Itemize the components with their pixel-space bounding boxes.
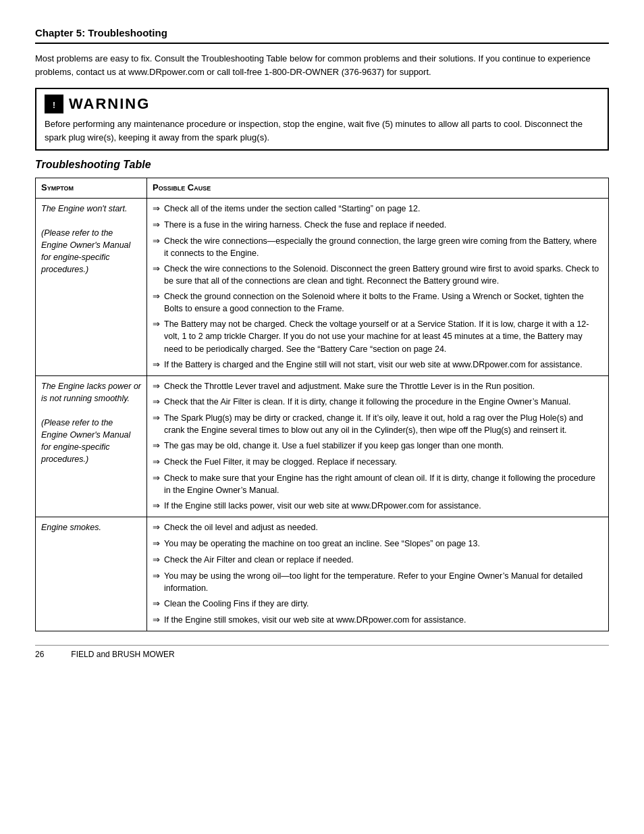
cause-text: Check to make sure that your Engine has … xyxy=(164,472,603,496)
cause-cell-0: ⇒Check all of the items under the sectio… xyxy=(147,198,609,375)
symptom-cell-0: The Engine won't start.(Please refer to … xyxy=(36,198,147,375)
cause-item: ⇒Check that the Air Filter is clean. If … xyxy=(153,396,603,409)
section-title: Troubleshooting Table xyxy=(35,159,609,171)
arrow-icon: ⇒ xyxy=(153,472,160,485)
cause-text: You may be operating the machine on too … xyxy=(164,538,480,550)
cause-item: ⇒If the Engine still lacks power, visit … xyxy=(153,500,603,513)
arrow-icon: ⇒ xyxy=(153,412,160,425)
symptom-cell-2: Engine smokes. xyxy=(36,517,147,631)
arrow-icon: ⇒ xyxy=(153,318,160,331)
product-name: FIELD and BRUSH MOWER xyxy=(71,650,174,659)
warning-icon: ! xyxy=(45,95,63,113)
cause-item: ⇒The Spark Plug(s) may be dirty or crack… xyxy=(153,412,603,436)
cause-item: ⇒Check the ground connection on the Sole… xyxy=(153,290,603,315)
cause-text: The Battery may not be charged. Check th… xyxy=(164,318,603,355)
cause-cell-2: ⇒Check the oil level and adjust as neede… xyxy=(147,517,609,631)
page-footer: 26 FIELD and BRUSH MOWER xyxy=(35,645,609,659)
cause-item: ⇒You may be using the wrong oil—too ligh… xyxy=(153,570,603,594)
warning-header: ! WARNING xyxy=(45,95,599,113)
symptom-cell-1: The Engine lacks power or is not running… xyxy=(36,375,147,517)
troubleshooting-table: Symptom Possible Cause The Engine won't … xyxy=(35,178,609,631)
arrow-icon: ⇒ xyxy=(153,570,160,583)
arrow-icon: ⇒ xyxy=(153,554,160,567)
cause-item: ⇒The gas may be old, change it. Use a fu… xyxy=(153,440,603,452)
cause-item: ⇒Check the Fuel Filter, it may be clogge… xyxy=(153,456,603,469)
cause-text: Clean the Cooling Fins if they are dirty… xyxy=(164,598,308,610)
cause-text: Check the wire connections to the Soleno… xyxy=(164,263,603,287)
cause-item: ⇒The Battery may not be charged. Check t… xyxy=(153,318,603,355)
cause-item: ⇒Check all of the items under the sectio… xyxy=(153,203,603,215)
cause-text: Check the Air Filter and clean or replac… xyxy=(164,554,354,566)
arrow-icon: ⇒ xyxy=(153,396,160,409)
col-header-symptom: Symptom xyxy=(36,178,147,199)
cause-text: If the Engine still smokes, visit our we… xyxy=(164,614,466,626)
arrow-icon: ⇒ xyxy=(153,598,160,610)
cause-text: The gas may be old, change it. Use a fue… xyxy=(164,440,504,452)
cause-text: Check the Fuel Filter, it may be clogged… xyxy=(164,456,397,468)
cause-text: You may be using the wrong oil—too light… xyxy=(164,570,603,594)
cause-item: ⇒You may be operating the machine on too… xyxy=(153,538,603,550)
cause-item: ⇒If the Battery is charged and the Engin… xyxy=(153,359,603,371)
arrow-icon: ⇒ xyxy=(153,521,160,534)
cause-text: There is a fuse in the wiring harness. C… xyxy=(164,219,446,231)
arrow-icon: ⇒ xyxy=(153,614,160,627)
cause-item: ⇒Check the oil level and adjust as neede… xyxy=(153,521,603,534)
cause-item: ⇒Clean the Cooling Fins if they are dirt… xyxy=(153,598,603,610)
intro-text: Most problems are easy to fix. Consult t… xyxy=(35,52,609,78)
warning-title: WARNING xyxy=(69,95,150,113)
warning-body-text: Before performing any maintenance proced… xyxy=(45,118,599,144)
cause-item: ⇒Check to make sure that your Engine has… xyxy=(153,472,603,496)
cause-text: If the Battery is charged and the Engine… xyxy=(164,359,583,371)
page-number: 26 xyxy=(35,650,44,659)
cause-cell-1: ⇒Check the Throttle Lever travel and adj… xyxy=(147,375,609,517)
arrow-icon: ⇒ xyxy=(153,440,160,452)
arrow-icon: ⇒ xyxy=(153,290,160,303)
col-header-cause: Possible Cause xyxy=(147,178,609,199)
cause-text: Check the oil level and adjust as needed… xyxy=(164,521,318,533)
arrow-icon: ⇒ xyxy=(153,500,160,513)
cause-item: ⇒If the Engine still smokes, visit our w… xyxy=(153,614,603,627)
cause-item: ⇒Check the wire connections—especially t… xyxy=(153,235,603,259)
cause-item: ⇒Check the Air Filter and clean or repla… xyxy=(153,554,603,567)
cause-text: If the Engine still lacks power, visit o… xyxy=(164,500,481,512)
arrow-icon: ⇒ xyxy=(153,235,160,248)
cause-item: ⇒Check the wire connections to the Solen… xyxy=(153,263,603,287)
arrow-icon: ⇒ xyxy=(153,219,160,232)
arrow-icon: ⇒ xyxy=(153,456,160,469)
cause-text: Check that the Air Filter is clean. If i… xyxy=(164,396,570,408)
chapter-title: Chapter 5: Troubleshooting xyxy=(35,27,609,44)
arrow-icon: ⇒ xyxy=(153,203,160,215)
cause-text: Check the wire connections—especially th… xyxy=(164,235,603,259)
warning-box: ! WARNING Before performing any maintena… xyxy=(35,88,609,151)
arrow-icon: ⇒ xyxy=(153,538,160,550)
arrow-icon: ⇒ xyxy=(153,359,160,371)
svg-text:!: ! xyxy=(53,101,55,110)
cause-text: Check the ground connection on the Solen… xyxy=(164,290,603,315)
cause-text: The Spark Plug(s) may be dirty or cracke… xyxy=(164,412,603,436)
arrow-icon: ⇒ xyxy=(153,263,160,276)
cause-text: Check the Throttle Lever travel and adju… xyxy=(164,380,535,392)
cause-item: ⇒Check the Throttle Lever travel and adj… xyxy=(153,380,603,393)
cause-text: Check all of the items under the section… xyxy=(164,203,420,215)
cause-item: ⇒There is a fuse in the wiring harness. … xyxy=(153,219,603,232)
arrow-icon: ⇒ xyxy=(153,380,160,393)
